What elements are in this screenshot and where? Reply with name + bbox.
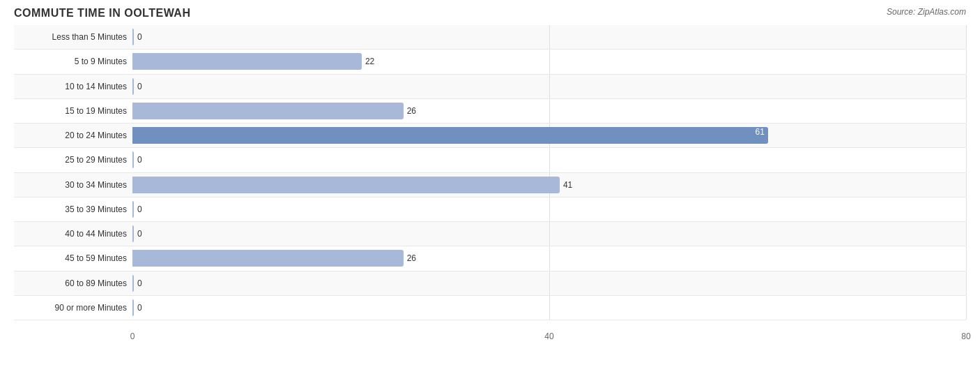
bar-fill (132, 53, 362, 70)
bar-fill (132, 275, 134, 292)
bar-value: 22 (365, 57, 374, 66)
bar-track: 26 (132, 99, 966, 123)
source-text: Source: ZipAtlas.com (887, 7, 966, 17)
bar-row: 10 to 14 Minutes0 (14, 75, 966, 99)
chart-area: Less than 5 Minutes05 to 9 Minutes2210 t… (14, 25, 966, 320)
bar-label: 90 or more Minutes (14, 303, 132, 313)
bar-track: 0 (132, 25, 966, 49)
bar-row: 40 to 44 Minutes0 (14, 222, 966, 246)
bar-fill (132, 250, 404, 267)
bar-value: 0 (137, 155, 142, 165)
x-axis: 04080 (14, 320, 966, 341)
bar-track: 26 (132, 246, 966, 270)
bar-fill (132, 299, 134, 316)
bar-label: 5 to 9 Minutes (14, 57, 132, 66)
bar-fill (132, 29, 134, 45)
bar-track: 22 (132, 50, 966, 73)
bar-label: 60 to 89 Minutes (14, 278, 132, 288)
x-tick-label: 0 (130, 332, 135, 341)
x-tick-label: 40 (544, 332, 553, 341)
bar-fill (132, 103, 404, 119)
bar-value: 0 (137, 303, 142, 313)
bar-track: 0 (132, 198, 966, 221)
bar-label: 30 to 34 Minutes (14, 180, 132, 190)
bar-row: 60 to 89 Minutes0 (14, 271, 966, 296)
bar-track: 41 (132, 173, 966, 197)
bar-value: 0 (137, 32, 142, 42)
bar-fill: 61 (132, 127, 768, 144)
bar-track: 0 (132, 296, 966, 320)
bar-value: 61 (756, 127, 765, 137)
bar-track: 0 (132, 148, 966, 172)
bar-row: Less than 5 Minutes0 (14, 25, 966, 50)
bar-row: 45 to 59 Minutes26 (14, 246, 966, 271)
bar-row: 5 to 9 Minutes22 (14, 50, 966, 74)
bar-row: 90 or more Minutes0 (14, 296, 966, 320)
bar-row: 25 to 29 Minutes0 (14, 148, 966, 172)
bar-track: 61 (132, 124, 966, 147)
bar-value: 0 (137, 278, 142, 288)
bar-row: 20 to 24 Minutes61 (14, 124, 966, 148)
bar-row: 30 to 34 Minutes41 (14, 173, 966, 198)
bar-label: 25 to 29 Minutes (14, 155, 132, 165)
bar-value: 0 (137, 229, 142, 239)
chart-title: COMMUTE TIME IN OOLTEWAH (14, 7, 966, 20)
bar-fill (132, 225, 134, 242)
x-tick-label: 80 (961, 332, 970, 341)
bar-label: 35 to 39 Minutes (14, 204, 132, 214)
bar-label: 20 to 24 Minutes (14, 131, 132, 140)
bar-value: 41 (563, 180, 572, 190)
bar-label: 40 to 44 Minutes (14, 229, 132, 239)
bar-fill (132, 78, 134, 95)
bar-fill (132, 177, 560, 193)
bar-row: 15 to 19 Minutes26 (14, 99, 966, 124)
bar-value: 0 (137, 204, 142, 214)
bar-label: Less than 5 Minutes (14, 32, 132, 42)
bar-track: 0 (132, 75, 966, 98)
bar-label: 10 to 14 Minutes (14, 82, 132, 91)
bar-value: 26 (407, 253, 416, 263)
chart-container: COMMUTE TIME IN OOLTEWAH Source: ZipAtla… (0, 0, 980, 365)
bar-fill (132, 151, 134, 168)
bar-row: 35 to 39 Minutes0 (14, 198, 966, 222)
bar-value: 0 (137, 82, 142, 91)
bar-label: 15 to 19 Minutes (14, 106, 132, 116)
bar-label: 45 to 59 Minutes (14, 253, 132, 263)
bar-track: 0 (132, 222, 966, 246)
bar-fill (132, 201, 134, 218)
bar-value: 26 (407, 106, 416, 116)
bar-track: 0 (132, 271, 966, 295)
